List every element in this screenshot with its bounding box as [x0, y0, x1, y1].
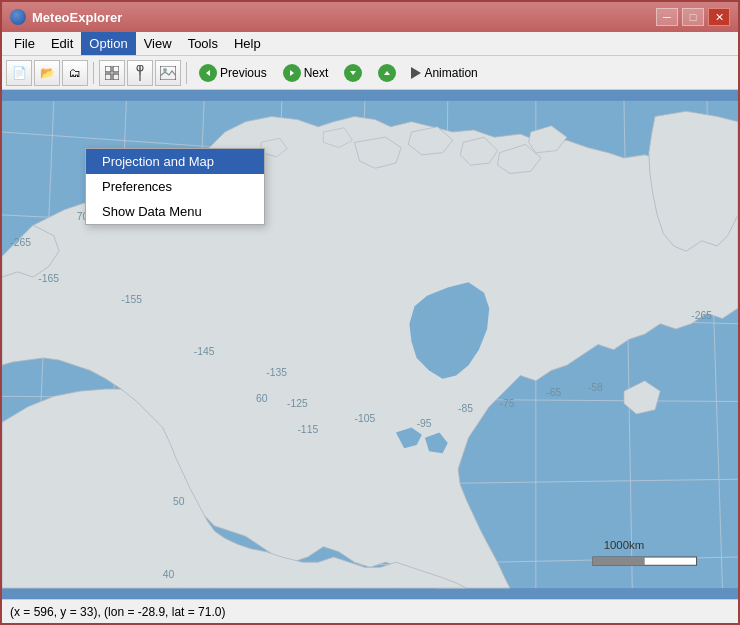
- svg-marker-10: [290, 70, 294, 76]
- previous-icon: [199, 64, 217, 82]
- svg-text:-165: -165: [38, 273, 59, 284]
- previous-button[interactable]: Previous: [192, 60, 274, 86]
- image-button[interactable]: [155, 60, 181, 86]
- option-dropdown: Projection and Map Preferences Show Data…: [85, 148, 265, 225]
- svg-marker-11: [350, 71, 356, 75]
- svg-text:-125: -125: [287, 398, 308, 409]
- minimize-button[interactable]: ─: [656, 8, 678, 26]
- svg-marker-12: [384, 71, 390, 75]
- svg-text:-135: -135: [266, 367, 287, 378]
- app-icon: [10, 9, 26, 25]
- toolbar-separator-1: [93, 62, 94, 84]
- svg-marker-9: [206, 70, 210, 76]
- svg-text:-265: -265: [10, 237, 31, 248]
- menu-tools[interactable]: Tools: [180, 32, 226, 55]
- toolbar-separator-2: [186, 62, 187, 84]
- up-icon: [378, 64, 396, 82]
- grid-button[interactable]: [99, 60, 125, 86]
- toolbar: 📄 📂 🗂 Previous Next: [2, 56, 738, 90]
- svg-text:-75: -75: [500, 398, 515, 409]
- svg-text:1000km: 1000km: [604, 539, 645, 551]
- menu-view[interactable]: View: [136, 32, 180, 55]
- svg-text:-85: -85: [458, 403, 473, 414]
- play-icon: [411, 67, 421, 79]
- dropdown-show-data-menu[interactable]: Show Data Menu: [86, 199, 264, 224]
- next-icon: [283, 64, 301, 82]
- svg-rect-2: [105, 74, 111, 80]
- pin-button[interactable]: [127, 60, 153, 86]
- close-button[interactable]: ✕: [708, 8, 730, 26]
- menu-option[interactable]: Option: [81, 32, 135, 55]
- main-window: MeteoExplorer ─ □ ✕ File Edit Option Vie…: [0, 0, 740, 625]
- down-button[interactable]: [337, 60, 369, 86]
- maximize-button[interactable]: □: [682, 8, 704, 26]
- previous-label: Previous: [220, 66, 267, 80]
- svg-rect-1: [113, 66, 119, 72]
- svg-rect-0: [105, 66, 111, 72]
- svg-text:-58: -58: [588, 382, 603, 393]
- menu-bar: File Edit Option View Tools Help: [2, 32, 738, 56]
- folder-button[interactable]: 🗂: [62, 60, 88, 86]
- svg-rect-48: [593, 557, 645, 565]
- svg-text:-65: -65: [546, 387, 561, 398]
- next-button[interactable]: Next: [276, 60, 336, 86]
- svg-text:-265: -265: [691, 310, 712, 321]
- title-bar-left: MeteoExplorer: [10, 9, 122, 25]
- svg-rect-3: [113, 74, 119, 80]
- svg-text:60: 60: [256, 393, 268, 404]
- menu-edit[interactable]: Edit: [43, 32, 81, 55]
- status-text: (x = 596, y = 33), (lon = -28.9, lat = 7…: [10, 605, 225, 619]
- title-bar: MeteoExplorer ─ □ ✕: [2, 2, 738, 32]
- svg-text:-95: -95: [417, 418, 432, 429]
- animation-button[interactable]: Animation: [405, 64, 483, 82]
- dropdown-projection[interactable]: Projection and Map: [86, 149, 264, 174]
- new-file-button[interactable]: 📄: [6, 60, 32, 86]
- title-bar-controls: ─ □ ✕: [656, 8, 730, 26]
- svg-text:-115: -115: [297, 424, 318, 435]
- svg-text:-155: -155: [121, 294, 142, 305]
- dropdown-preferences[interactable]: Preferences: [86, 174, 264, 199]
- status-bar: (x = 596, y = 33), (lon = -28.9, lat = 7…: [2, 599, 738, 623]
- svg-text:-105: -105: [354, 413, 375, 424]
- window-title: MeteoExplorer: [32, 10, 122, 25]
- menu-help[interactable]: Help: [226, 32, 269, 55]
- menu-file[interactable]: File: [6, 32, 43, 55]
- svg-text:50: 50: [173, 496, 185, 507]
- svg-text:40: 40: [163, 569, 175, 580]
- down-icon: [344, 64, 362, 82]
- animation-label: Animation: [424, 66, 477, 80]
- next-label: Next: [304, 66, 329, 80]
- open-button[interactable]: 📂: [34, 60, 60, 86]
- svg-text:-145: -145: [194, 346, 215, 357]
- map-container[interactable]: -165 -155 -145 -135 -125 -115 -105 -95 -…: [2, 90, 738, 599]
- up-button[interactable]: [371, 60, 403, 86]
